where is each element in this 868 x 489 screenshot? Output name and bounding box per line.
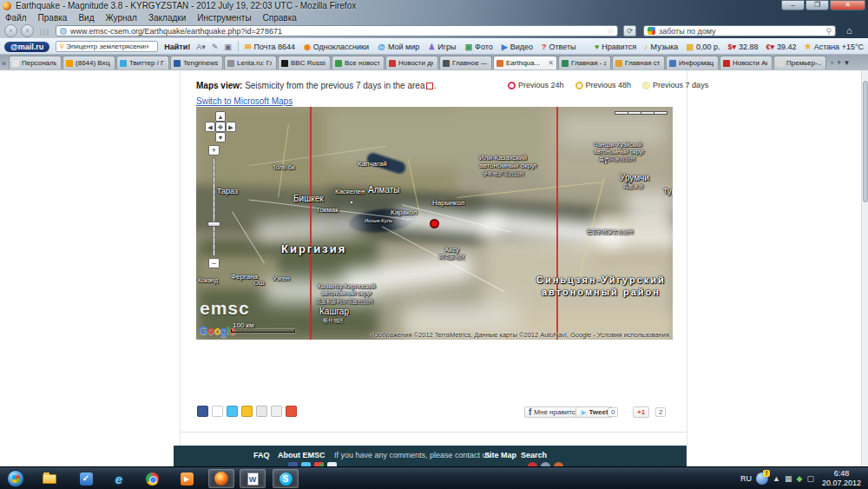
url-input[interactable]: [70, 27, 603, 36]
pan-center-icon[interactable]: ✥: [215, 122, 226, 132]
highlighter-tool-icon[interactable]: ✎: [212, 43, 219, 51]
minimize-button[interactable]: –: [781, 0, 805, 10]
zoom-slider-handle[interactable]: [207, 221, 220, 227]
pan-left-icon[interactable]: ◀: [205, 122, 215, 132]
mailru-toolbar-item[interactable]: ♥ Нравится: [595, 43, 636, 51]
taskbar-internet-explorer[interactable]: e: [106, 469, 132, 488]
facebook-like-button[interactable]: fМне нравится: [524, 406, 583, 418]
zoom-in-button[interactable]: +: [208, 145, 220, 155]
area-checkbox[interactable]: [426, 83, 433, 89]
menu-item[interactable]: Файл: [5, 13, 27, 23]
tab-overflow-left-icon[interactable]: «: [2, 59, 6, 68]
zoom-out-button[interactable]: −: [208, 258, 220, 268]
browser-tab[interactable]: Главная ст...: [612, 56, 665, 69]
browser-tab[interactable]: Lenta.ru: Гл...: [224, 56, 277, 69]
menu-item[interactable]: Вид: [78, 13, 94, 23]
mailru-search-caret-icon[interactable]: ▾: [146, 43, 149, 50]
pan-up-icon[interactable]: ▲: [215, 111, 226, 122]
browser-tab[interactable]: BBC Russia...: [278, 56, 331, 69]
menu-item[interactable]: Справка: [263, 13, 297, 23]
mailru-toolbar-item[interactable]: ? Ответы: [542, 43, 576, 51]
map-pan-control[interactable]: ▲ ◀ ✥ ▶ ▼: [205, 111, 236, 142]
close-button[interactable]: ✕: [830, 0, 865, 10]
footer-comment-text[interactable]: If you have any comments, please contact…: [334, 451, 490, 459]
share-icon[interactable]: [271, 406, 282, 417]
share-icon[interactable]: [227, 406, 238, 417]
frame-tool-icon[interactable]: ▣: [224, 43, 232, 51]
footer-about-link[interactable]: About EMSC: [278, 451, 326, 459]
start-button[interactable]: [7, 470, 24, 487]
forward-button[interactable]: ›: [21, 24, 34, 37]
browser-tab[interactable]: Все новост...: [332, 56, 385, 69]
list-all-tabs-icon[interactable]: ▾: [845, 58, 849, 67]
site-identity-globe-icon[interactable]: [60, 28, 67, 35]
map-type-button[interactable]: [628, 111, 641, 115]
share-icon[interactable]: [197, 406, 208, 417]
tray-clipboard-icon[interactable]: ▦: [785, 474, 792, 483]
share-icon[interactable]: [286, 406, 297, 417]
mailru-search-field[interactable]: ⚲ ▾: [56, 41, 158, 52]
taskbar-skype[interactable]: S: [273, 469, 299, 488]
browser-tab[interactable]: Tengrinews...: [170, 56, 223, 69]
taskbar-media-player[interactable]: ▶: [174, 469, 200, 488]
tray-expand-icon[interactable]: ▲: [773, 474, 780, 483]
bookmark-star-icon[interactable]: ☆: [607, 27, 614, 36]
taskbar-mailru-agent[interactable]: ✓: [73, 469, 99, 488]
web-search-input[interactable]: [659, 27, 825, 36]
menu-item[interactable]: Закладки: [148, 13, 186, 23]
mailru-toolbar-item[interactable]: @ Мой мир: [378, 43, 419, 51]
taskbar-clock[interactable]: 6:48 20.07.2012: [819, 469, 865, 489]
mailru-search-input[interactable]: [66, 43, 146, 50]
browser-tab[interactable]: Новости Ак...: [720, 56, 773, 69]
back-button[interactable]: ‹: [4, 24, 17, 37]
language-indicator[interactable]: RU: [740, 474, 752, 483]
google-search-icon[interactable]: [648, 27, 655, 35]
menu-item[interactable]: Инструменты: [197, 13, 251, 23]
map-type-button[interactable]: [615, 111, 628, 115]
font-size-tool-icon[interactable]: A▾: [196, 43, 206, 51]
switch-to-microsoft-maps-link[interactable]: Switch to Microsoft Maps: [196, 96, 293, 106]
history-dropdown-icon[interactable]: [40, 29, 50, 36]
url-bar[interactable]: ☆: [56, 25, 618, 36]
magnifier-icon[interactable]: ⚲: [825, 27, 832, 36]
browser-tab[interactable]: Информац...: [666, 56, 719, 69]
browser-tab[interactable]: Earthqua... ✕: [493, 56, 557, 69]
tab-close-icon[interactable]: ✕: [548, 59, 554, 67]
mailru-toolbar-item[interactable]: ▤ 0,00 р.: [686, 43, 720, 51]
mailru-logo[interactable]: @mail.ru: [4, 42, 49, 52]
taskbar-chrome[interactable]: [139, 469, 165, 488]
page-scrollbar[interactable]: [861, 70, 868, 466]
mailru-find-button[interactable]: Найти!: [164, 43, 190, 51]
mailru-toolbar-item[interactable]: ▣ Фото: [465, 43, 493, 51]
share-icon[interactable]: [256, 406, 267, 417]
map-type-button[interactable]: [654, 111, 667, 115]
mailru-toolbar-item[interactable]: ✉ Почта 8644: [245, 43, 295, 51]
google-plusone-button[interactable]: +1: [633, 406, 649, 418]
google-map[interactable]: ▲ ◀ ✥ ▶ ▼ + − emsc Google 100 км Изображ…: [196, 107, 673, 340]
browser-tab[interactable]: Главная - з...: [558, 56, 611, 69]
mailru-toolbar-item[interactable]: $▾ 32.88: [727, 43, 758, 51]
pan-right-icon[interactable]: ▶: [226, 122, 236, 132]
taskbar-word[interactable]: W: [240, 469, 266, 488]
browser-tab[interactable]: Персональ...: [9, 56, 62, 69]
new-tab-button[interactable]: +: [837, 58, 841, 67]
qip-tray-icon[interactable]: [756, 472, 768, 485]
tab-overflow-right-icon[interactable]: ›: [831, 58, 833, 67]
mailru-toolbar-item[interactable]: ♟ Игры: [428, 43, 456, 51]
share-icon[interactable]: [241, 406, 253, 417]
mailru-toolbar-item[interactable]: ▶ Видео: [502, 43, 533, 51]
pan-down-icon[interactable]: ▼: [215, 132, 226, 142]
taskbar-firefox[interactable]: [208, 469, 234, 488]
browser-tab[interactable]: Премьер-...: [773, 56, 826, 69]
mailru-toolbar-item[interactable]: €▾ 39.42: [766, 43, 796, 51]
epicenter-marker[interactable]: [430, 219, 439, 228]
browser-tab[interactable]: Новости дн...: [385, 56, 438, 69]
mailru-toolbar-item[interactable]: ☀ Астана +15°C: [805, 43, 864, 51]
tray-network-icon[interactable]: ▢: [806, 474, 814, 483]
titlebar[interactable]: Earthquake - Magnitude 3.8 - KYRGYZSTAN …: [0, 0, 868, 12]
footer-faq-link[interactable]: FAQ: [253, 451, 270, 459]
reload-button[interactable]: ⟳: [623, 25, 636, 36]
footer-search-link[interactable]: Search: [521, 451, 547, 459]
footer-sitemap-link[interactable]: Site Map: [484, 451, 516, 459]
browser-tab[interactable]: (8644) Вход...: [62, 56, 115, 69]
